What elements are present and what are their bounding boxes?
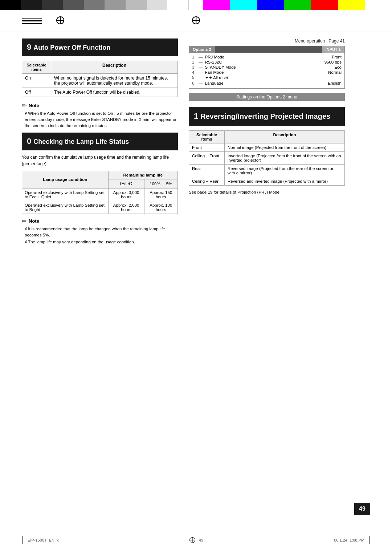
section1-title: Reversing/Inverting Projected Images [200, 112, 330, 120]
menu-value-language: English [313, 81, 342, 85]
swatch-darkgray1 [21, 0, 42, 10]
options-tab-2: INPUT 1 [322, 46, 344, 53]
section9-title: Auto Power Off Function [33, 44, 110, 51]
sel-col2-header: Description [225, 130, 345, 143]
lamp-approx-2b: Approx. 100 hours [144, 201, 177, 214]
table-row: Operated exclusively with Lamp Setting s… [22, 188, 178, 201]
section9-note-text: When the Auto Power Off function is set … [22, 110, 178, 129]
sel-item-rear: Rear [189, 164, 225, 177]
menu-item-language: Language [205, 81, 311, 85]
menu-num-6: 6 [192, 81, 196, 85]
section9-note-title: ✏ Note [22, 102, 178, 109]
menu-operation-line: Menu operation Page 41 [189, 39, 345, 44]
sel-desc-ceiling-front: Inverted image (Projected from the front… [225, 151, 345, 164]
lamp-approx-2a: Approx. 2,000 hours [108, 201, 144, 214]
settings-caption: Settings on the Options 2 menu [189, 93, 345, 101]
menu-item-standby: STANDBY Mode [205, 65, 311, 69]
swatch-lightgray1 [126, 0, 147, 10]
table-row: Ceiling + Rear Reversed and inverted ima… [189, 177, 345, 185]
swatch-white2 [365, 0, 392, 10]
swatch-green [284, 0, 311, 10]
options-tab-1: Options 2 [189, 46, 215, 53]
menu-num-4: 4 [192, 70, 196, 74]
note-pen-icon: ✏ [22, 102, 26, 109]
right-column: Menu operation Page 41 Options 2 INPUT 1… [189, 39, 345, 249]
table-row: Off The Auto Power Off function will be … [22, 88, 178, 97]
menu-row-3: 3 — STANDBY Mode Eco [192, 65, 342, 69]
section9-header: 9Auto Power Off Function [22, 39, 178, 56]
table-row: Ceiling + Front Inverted image (Projecte… [189, 151, 345, 164]
section0-header: 0Checking the Lamp Life Status [22, 133, 178, 150]
section9-number: 9 [27, 42, 31, 52]
menu-operation-page: Page 41 [328, 39, 345, 44]
footer-center-text: 49 [199, 538, 203, 542]
swatch-lightgray2 [147, 0, 168, 10]
swatch-red [311, 0, 338, 10]
menu-row-4: 4 — Fan Mode Normal [192, 70, 342, 74]
footer-left-text: EIP-1600T_EN_k [28, 538, 59, 542]
sel-item-front: Front [189, 143, 225, 151]
menu-item-fan: Fan Mode [205, 70, 311, 74]
swatch-white [167, 0, 189, 10]
lamp-pct-100: 100% 5% [144, 179, 177, 188]
footer-line-left [22, 536, 23, 544]
note-pen-icon2: ✏ [22, 218, 26, 224]
menu-value-fan: Normal [313, 70, 342, 74]
swatch-gray2 [84, 0, 105, 10]
swatch-yellow [338, 0, 365, 10]
menu-num-3: 3 [192, 65, 196, 69]
section9-desc-on: When no input signal is detected for mor… [51, 73, 178, 88]
section9-item-on: On [22, 73, 51, 88]
options-menu-header: Options 2 INPUT 1 [189, 46, 344, 53]
table-row: On When no input signal is detected for … [22, 73, 178, 88]
section9-desc-off: The Auto Power Off function will be disa… [51, 88, 178, 97]
lamp-condition-1: Operated exclusively with Lamp Setting s… [22, 188, 109, 201]
menu-item-prj: PRJ Mode [205, 55, 311, 59]
section0-number: 0 [27, 137, 31, 146]
lamp-approx-1a: Approx. 3,000 hours [108, 188, 144, 201]
swatch-magenta [203, 0, 230, 10]
section0-note-title: ✏ Note [22, 218, 178, 224]
swatch-gray1 [63, 0, 84, 10]
lamp-life-table: Lamp usage condition Remaining lamp life… [22, 171, 178, 214]
lamp-condition-2: Operated exclusively with Lamp Setting s… [22, 201, 109, 214]
section1-number: 1 [194, 112, 198, 121]
section9-note: ✏ Note When the Auto Power Off function … [22, 102, 178, 129]
menu-row-1: 1 — PRJ Mode Front [192, 55, 342, 59]
section0-description: You can confirm the cumulative lamp usag… [22, 154, 178, 167]
options-menu-box: Options 2 INPUT 1 1 — PRJ Mode Front 2 —… [189, 46, 345, 89]
lamp-approx-1b: Approx. 150 hours [144, 188, 177, 201]
header-line-top [22, 18, 42, 19]
sel-desc-rear: Reversed image (Projected from the rear … [225, 164, 345, 177]
sel-desc-ceiling-rear: Reversed and inverted image (Projected w… [225, 177, 345, 185]
sel-item-ceiling-front: Ceiling + Front [189, 151, 225, 164]
table-row: Operated exclusively with Lamp Setting s… [22, 201, 178, 214]
menu-num-1: 1 [192, 55, 196, 59]
options-menu-body: 1 — PRJ Mode Front 2 — RS-232C 9600 bps … [189, 53, 344, 88]
menu-value-rs232: 9600 bps [313, 60, 342, 64]
menu-operation-label: Menu operation [295, 39, 325, 44]
lamp-icon-cell: ŒifeO [108, 179, 144, 188]
section0-note-text: It is recommended that the lamp be chang… [22, 226, 178, 246]
swatch-blue [257, 0, 284, 10]
menu-item-allreset: ✦✦ All reset [205, 75, 311, 80]
menu-row-5: 5 — ✦✦ All reset [192, 75, 342, 80]
page-number-box: 49 [354, 503, 370, 515]
footer-line-right [369, 536, 370, 544]
left-column: 9Auto Power Off Function Selectableitems… [22, 39, 178, 249]
see-page-note: See page 19 for details of Projection (P… [189, 190, 345, 194]
sel-item-ceiling-rear: Ceiling + Rear [189, 177, 225, 185]
swatch-gray3 [105, 0, 126, 10]
menu-value-standby: Eco [313, 65, 342, 69]
menu-num-5: 5 [192, 75, 196, 80]
menu-value-prj: Front [313, 55, 342, 59]
section1-header: 1Reversing/Inverting Projected Images [189, 107, 345, 126]
section0-note: ✏ Note It is recommended that the lamp b… [22, 218, 178, 246]
table-row: Rear Reversed image (Projected from the … [189, 164, 345, 177]
sel-desc-front: Normal image (Projected from the front o… [225, 143, 345, 151]
section1-table: Selectable items Description Front Norma… [189, 130, 345, 186]
menu-row-2: 2 — RS-232C 9600 bps [192, 60, 342, 64]
swatch-black [0, 0, 21, 10]
section9-col2-header: Description [51, 61, 178, 73]
lamp-col2-header: Remaining lamp life [108, 171, 177, 179]
